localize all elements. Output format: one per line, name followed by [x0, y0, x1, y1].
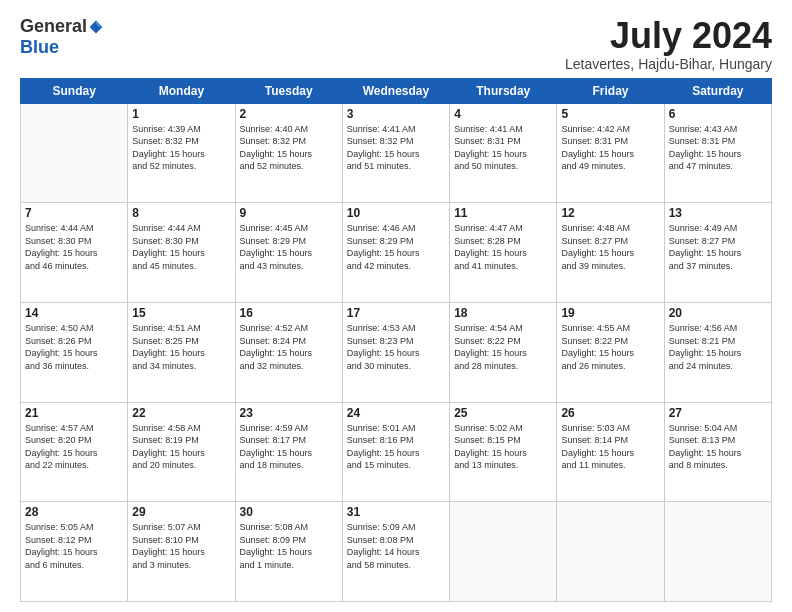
calendar-header-row: Sunday Monday Tuesday Wednesday Thursday…: [21, 78, 772, 103]
table-row: 30Sunrise: 5:08 AMSunset: 8:09 PMDayligh…: [235, 502, 342, 602]
day-number: 17: [347, 306, 445, 320]
day-info: Sunrise: 4:41 AMSunset: 8:32 PMDaylight:…: [347, 123, 445, 173]
day-number: 9: [240, 206, 338, 220]
header-sunday: Sunday: [21, 78, 128, 103]
header-saturday: Saturday: [664, 78, 771, 103]
logo-general: General: [20, 16, 87, 37]
table-row: 21Sunrise: 4:57 AMSunset: 8:20 PMDayligh…: [21, 402, 128, 502]
day-number: 23: [240, 406, 338, 420]
table-row: 1Sunrise: 4:39 AMSunset: 8:32 PMDaylight…: [128, 103, 235, 203]
header-tuesday: Tuesday: [235, 78, 342, 103]
day-info: Sunrise: 4:48 AMSunset: 8:27 PMDaylight:…: [561, 222, 659, 272]
logo-icon: [88, 19, 104, 35]
table-row: 19Sunrise: 4:55 AMSunset: 8:22 PMDayligh…: [557, 302, 664, 402]
day-info: Sunrise: 4:43 AMSunset: 8:31 PMDaylight:…: [669, 123, 767, 173]
day-info: Sunrise: 4:44 AMSunset: 8:30 PMDaylight:…: [25, 222, 123, 272]
day-info: Sunrise: 4:42 AMSunset: 8:31 PMDaylight:…: [561, 123, 659, 173]
table-row: 2Sunrise: 4:40 AMSunset: 8:32 PMDaylight…: [235, 103, 342, 203]
table-row: [21, 103, 128, 203]
header: General Blue July 2024 Letavertes, Hajdu…: [20, 16, 772, 72]
table-row: 14Sunrise: 4:50 AMSunset: 8:26 PMDayligh…: [21, 302, 128, 402]
logo: General Blue: [20, 16, 104, 58]
table-row: [450, 502, 557, 602]
table-row: [557, 502, 664, 602]
day-number: 21: [25, 406, 123, 420]
header-friday: Friday: [557, 78, 664, 103]
table-row: 26Sunrise: 5:03 AMSunset: 8:14 PMDayligh…: [557, 402, 664, 502]
location: Letavertes, Hajdu-Bihar, Hungary: [565, 56, 772, 72]
table-row: 24Sunrise: 5:01 AMSunset: 8:16 PMDayligh…: [342, 402, 449, 502]
table-row: 27Sunrise: 5:04 AMSunset: 8:13 PMDayligh…: [664, 402, 771, 502]
table-row: 31Sunrise: 5:09 AMSunset: 8:08 PMDayligh…: [342, 502, 449, 602]
day-info: Sunrise: 4:54 AMSunset: 8:22 PMDaylight:…: [454, 322, 552, 372]
day-number: 26: [561, 406, 659, 420]
day-number: 19: [561, 306, 659, 320]
table-row: 7Sunrise: 4:44 AMSunset: 8:30 PMDaylight…: [21, 203, 128, 303]
day-number: 28: [25, 505, 123, 519]
table-row: 15Sunrise: 4:51 AMSunset: 8:25 PMDayligh…: [128, 302, 235, 402]
day-info: Sunrise: 4:56 AMSunset: 8:21 PMDaylight:…: [669, 322, 767, 372]
day-info: Sunrise: 4:47 AMSunset: 8:28 PMDaylight:…: [454, 222, 552, 272]
calendar-week-row: 7Sunrise: 4:44 AMSunset: 8:30 PMDaylight…: [21, 203, 772, 303]
day-info: Sunrise: 4:57 AMSunset: 8:20 PMDaylight:…: [25, 422, 123, 472]
day-number: 27: [669, 406, 767, 420]
day-info: Sunrise: 4:41 AMSunset: 8:31 PMDaylight:…: [454, 123, 552, 173]
day-info: Sunrise: 4:46 AMSunset: 8:29 PMDaylight:…: [347, 222, 445, 272]
day-number: 10: [347, 206, 445, 220]
day-number: 24: [347, 406, 445, 420]
day-number: 6: [669, 107, 767, 121]
table-row: 20Sunrise: 4:56 AMSunset: 8:21 PMDayligh…: [664, 302, 771, 402]
day-info: Sunrise: 4:51 AMSunset: 8:25 PMDaylight:…: [132, 322, 230, 372]
calendar-week-row: 28Sunrise: 5:05 AMSunset: 8:12 PMDayligh…: [21, 502, 772, 602]
day-number: 29: [132, 505, 230, 519]
day-info: Sunrise: 5:03 AMSunset: 8:14 PMDaylight:…: [561, 422, 659, 472]
day-info: Sunrise: 4:55 AMSunset: 8:22 PMDaylight:…: [561, 322, 659, 372]
table-row: 8Sunrise: 4:44 AMSunset: 8:30 PMDaylight…: [128, 203, 235, 303]
day-number: 7: [25, 206, 123, 220]
day-info: Sunrise: 4:50 AMSunset: 8:26 PMDaylight:…: [25, 322, 123, 372]
table-row: 4Sunrise: 4:41 AMSunset: 8:31 PMDaylight…: [450, 103, 557, 203]
table-row: 6Sunrise: 4:43 AMSunset: 8:31 PMDaylight…: [664, 103, 771, 203]
calendar-week-row: 14Sunrise: 4:50 AMSunset: 8:26 PMDayligh…: [21, 302, 772, 402]
day-info: Sunrise: 4:44 AMSunset: 8:30 PMDaylight:…: [132, 222, 230, 272]
day-number: 14: [25, 306, 123, 320]
table-row: 9Sunrise: 4:45 AMSunset: 8:29 PMDaylight…: [235, 203, 342, 303]
table-row: [664, 502, 771, 602]
table-row: 10Sunrise: 4:46 AMSunset: 8:29 PMDayligh…: [342, 203, 449, 303]
table-row: 5Sunrise: 4:42 AMSunset: 8:31 PMDaylight…: [557, 103, 664, 203]
day-number: 15: [132, 306, 230, 320]
day-number: 4: [454, 107, 552, 121]
logo-blue-text: Blue: [20, 37, 59, 58]
day-number: 11: [454, 206, 552, 220]
day-info: Sunrise: 5:02 AMSunset: 8:15 PMDaylight:…: [454, 422, 552, 472]
day-number: 20: [669, 306, 767, 320]
day-number: 8: [132, 206, 230, 220]
day-number: 18: [454, 306, 552, 320]
day-info: Sunrise: 5:07 AMSunset: 8:10 PMDaylight:…: [132, 521, 230, 571]
table-row: 16Sunrise: 4:52 AMSunset: 8:24 PMDayligh…: [235, 302, 342, 402]
day-number: 13: [669, 206, 767, 220]
table-row: 23Sunrise: 4:59 AMSunset: 8:17 PMDayligh…: [235, 402, 342, 502]
calendar-table: Sunday Monday Tuesday Wednesday Thursday…: [20, 78, 772, 602]
day-info: Sunrise: 4:58 AMSunset: 8:19 PMDaylight:…: [132, 422, 230, 472]
table-row: 29Sunrise: 5:07 AMSunset: 8:10 PMDayligh…: [128, 502, 235, 602]
day-info: Sunrise: 4:53 AMSunset: 8:23 PMDaylight:…: [347, 322, 445, 372]
day-number: 25: [454, 406, 552, 420]
day-number: 31: [347, 505, 445, 519]
day-number: 3: [347, 107, 445, 121]
table-row: 28Sunrise: 5:05 AMSunset: 8:12 PMDayligh…: [21, 502, 128, 602]
table-row: 25Sunrise: 5:02 AMSunset: 8:15 PMDayligh…: [450, 402, 557, 502]
day-info: Sunrise: 5:05 AMSunset: 8:12 PMDaylight:…: [25, 521, 123, 571]
logo-text: General: [20, 16, 104, 37]
table-row: 3Sunrise: 4:41 AMSunset: 8:32 PMDaylight…: [342, 103, 449, 203]
day-number: 30: [240, 505, 338, 519]
day-number: 16: [240, 306, 338, 320]
page: General Blue July 2024 Letavertes, Hajdu…: [0, 0, 792, 612]
day-info: Sunrise: 4:52 AMSunset: 8:24 PMDaylight:…: [240, 322, 338, 372]
day-info: Sunrise: 4:59 AMSunset: 8:17 PMDaylight:…: [240, 422, 338, 472]
header-wednesday: Wednesday: [342, 78, 449, 103]
day-info: Sunrise: 4:40 AMSunset: 8:32 PMDaylight:…: [240, 123, 338, 173]
table-row: 11Sunrise: 4:47 AMSunset: 8:28 PMDayligh…: [450, 203, 557, 303]
day-info: Sunrise: 5:01 AMSunset: 8:16 PMDaylight:…: [347, 422, 445, 472]
day-number: 1: [132, 107, 230, 121]
